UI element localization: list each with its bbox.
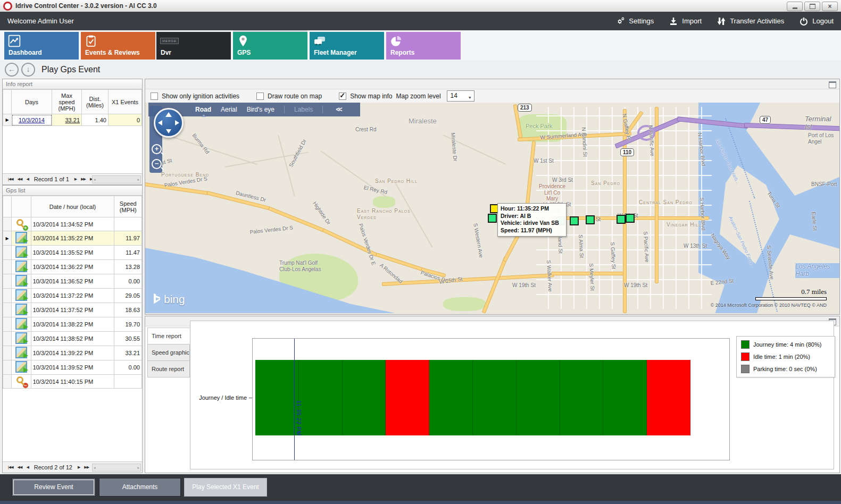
pager-next-page-button[interactable] <box>84 465 89 469</box>
route-marker-gps[interactable] <box>626 214 635 223</box>
gps-list-row[interactable]: 10/3/2014 11:37:52 PM18.63 <box>3 303 142 317</box>
close-button[interactable]: × <box>822 2 838 11</box>
timeline-segment-journey <box>560 360 604 435</box>
timeline-segment-journey <box>255 360 299 435</box>
col-speed[interactable]: Speed (MPH) <box>114 196 142 217</box>
map-maximize-icon[interactable] <box>829 81 836 88</box>
gps-list-row[interactable]: 10/3/2014 11:36:22 PM13.28 <box>3 260 142 274</box>
map-zoom-select[interactable]: 14 <box>447 90 474 102</box>
gps-datetime[interactable]: 10/3/2014 11:39:22 PM <box>31 346 114 360</box>
pager-scrollbar[interactable]: ◂▸ <box>92 464 141 472</box>
gps-list-row[interactable]: 10/3/2014 11:37:22 PM29.05 <box>3 289 142 303</box>
gps-datetime[interactable]: 10/3/2014 11:35:52 PM <box>31 246 114 260</box>
show-map-info-checkbox[interactable] <box>339 93 346 100</box>
logout-button[interactable]: Logout <box>799 16 834 26</box>
tab-time-report[interactable]: Time report <box>147 327 190 345</box>
col-dist[interactable]: Dist. (Miles) <box>82 90 109 114</box>
pager-prev-page-button[interactable] <box>18 177 22 181</box>
maximize-button[interactable] <box>804 2 820 11</box>
tab-gps[interactable]: GPS <box>233 32 307 60</box>
gps-list-row[interactable]: 10/3/2014 11:36:52 PM0.00 <box>3 274 142 289</box>
navbar-collapse-button[interactable]: << <box>336 106 341 113</box>
gps-datetime[interactable]: 10/3/2014 11:38:52 PM <box>31 332 114 346</box>
current-row-marker: ▶ <box>3 114 12 126</box>
gps-list-row[interactable]: 10/3/2014 11:35:52 PM11.47 <box>3 246 142 260</box>
gps-list-row[interactable]: ▶10/3/2014 11:35:22 PM11.97 <box>3 231 142 246</box>
max-speed-link[interactable]: 33.21 <box>65 117 80 123</box>
transfer-activities-button[interactable]: Transfer Activities <box>717 16 784 26</box>
gps-list-row[interactable]: 10/3/2014 11:38:22 PM19.70 <box>3 317 142 332</box>
tab-speed-graphic[interactable]: Speed graphic <box>147 344 190 361</box>
pager-first-button[interactable] <box>8 465 13 469</box>
route-marker-gps[interactable] <box>570 216 579 225</box>
route-marker-gps[interactable] <box>488 214 497 223</box>
gps-list-row[interactable]: 10/3/2014 11:38:52 PM30.55 <box>3 332 142 346</box>
map-compass-control[interactable] <box>154 108 184 138</box>
tab-dashboard[interactable]: Dashboard <box>4 32 79 60</box>
col-datetime[interactable]: Date / hour (local) <box>31 196 114 217</box>
route-marker-gps[interactable] <box>586 215 595 224</box>
window-bottom-frame <box>0 501 841 504</box>
pager-prev-button[interactable] <box>26 177 28 181</box>
play-selected-x1-event-button[interactable]: Play Selected X1 Event <box>184 478 267 497</box>
pager-first-button[interactable] <box>8 177 13 181</box>
gps-list-title: Gps list <box>3 186 142 196</box>
pager-prev-page-button[interactable] <box>18 465 22 469</box>
col-max-speed[interactable]: Max speed (MPH) <box>52 90 82 114</box>
tab-dvr[interactable]: MERGE Dvr <box>156 32 231 60</box>
attachments-button[interactable]: Attachments <box>99 478 181 497</box>
gps-list-row[interactable]: 10/3/2014 11:39:52 PM0.00 <box>3 360 142 375</box>
chart-tabs: Time report Speed graphic Route report <box>147 328 190 377</box>
power-icon <box>799 16 809 26</box>
map-style-labels[interactable]: Labels <box>294 106 313 113</box>
collapse-button[interactable]: ↓ <box>21 63 35 77</box>
bing-map[interactable]: MiralesteMiraleste DrCrest RdBurma RdSou… <box>145 103 839 314</box>
gps-datetime[interactable]: 10/3/2014 11:38:22 PM <box>31 317 114 332</box>
draw-route-checkbox[interactable] <box>256 93 264 100</box>
gps-list-row[interactable]: −10/3/2014 11:40:15 PM <box>3 375 142 389</box>
import-button[interactable]: Import <box>669 16 702 26</box>
time-cursor-line[interactable] <box>294 339 295 460</box>
settings-button[interactable]: Settings <box>614 16 654 26</box>
tab-events-reviews[interactable]: Events & Reviews <box>81 32 155 60</box>
zoom-in-button[interactable]: + <box>152 144 162 154</box>
gps-datetime[interactable]: 10/3/2014 11:36:22 PM <box>31 260 114 274</box>
back-button[interactable]: ← <box>5 63 19 77</box>
draw-route-label: Draw route on map <box>268 93 322 100</box>
gps-datetime[interactable]: 10/3/2014 11:35:22 PM <box>31 231 114 246</box>
review-event-button[interactable]: Review Event <box>12 478 96 497</box>
pager-prev-button[interactable] <box>26 465 28 469</box>
minimize-button[interactable] <box>787 2 803 11</box>
gps-datetime[interactable]: 10/3/2014 11:39:52 PM <box>31 360 114 375</box>
map-pin-icon <box>237 35 249 47</box>
show-only-ignition-checkbox[interactable] <box>151 93 158 100</box>
module-tabs: Dashboard Events & Reviews MERGE Dvr GPS… <box>0 30 841 60</box>
route-marker-gps[interactable] <box>617 215 626 224</box>
pager-next-button[interactable] <box>78 465 80 469</box>
tab-reports[interactable]: Reports <box>386 32 461 60</box>
col-x1-events[interactable]: X1 Events <box>109 90 142 114</box>
gps-datetime[interactable]: 10/3/2014 11:34:52 PM <box>31 217 114 231</box>
gps-datetime[interactable]: 10/3/2014 11:37:52 PM <box>31 303 114 317</box>
gps-datetime[interactable]: 10/3/2014 11:37:22 PM <box>31 289 114 303</box>
chart-plot-area: 11:35:22 PM <box>252 338 730 460</box>
gps-list-row[interactable]: 10/3/2014 11:39:22 PM33.21 <box>3 346 142 360</box>
map-style-birdseye[interactable]: Bird's eye <box>247 106 274 113</box>
tab-fleet-manager[interactable]: Fleet Manager <box>310 32 384 60</box>
col-days[interactable]: Days <box>12 90 52 114</box>
gps-datetime[interactable]: 10/3/2014 11:36:52 PM <box>31 274 114 289</box>
zoom-out-button[interactable]: − <box>152 159 162 169</box>
map-style-road[interactable]: Road <box>195 106 211 113</box>
pager-scrollbar[interactable]: ◂▸ <box>92 175 141 183</box>
pager-next-page-button[interactable] <box>81 177 86 181</box>
gps-datetime[interactable]: 10/3/2014 11:40:15 PM <box>31 375 114 389</box>
gps-speed: 0.00 <box>114 274 142 289</box>
timeline-segment-journey <box>343 360 386 435</box>
pager-next-button[interactable] <box>74 177 77 181</box>
highway-shield: 47 <box>760 116 771 124</box>
map-style-aerial[interactable]: Aerial <box>221 106 237 113</box>
days-link[interactable]: 10/3/2014 <box>19 117 45 123</box>
tab-route-report[interactable]: Route report <box>147 360 190 377</box>
gps-list-row[interactable]: +10/3/2014 11:34:52 PM <box>3 217 142 231</box>
info-report-row[interactable]: ▶ 10/3/2014 33.21 1.40 0 <box>3 114 142 126</box>
